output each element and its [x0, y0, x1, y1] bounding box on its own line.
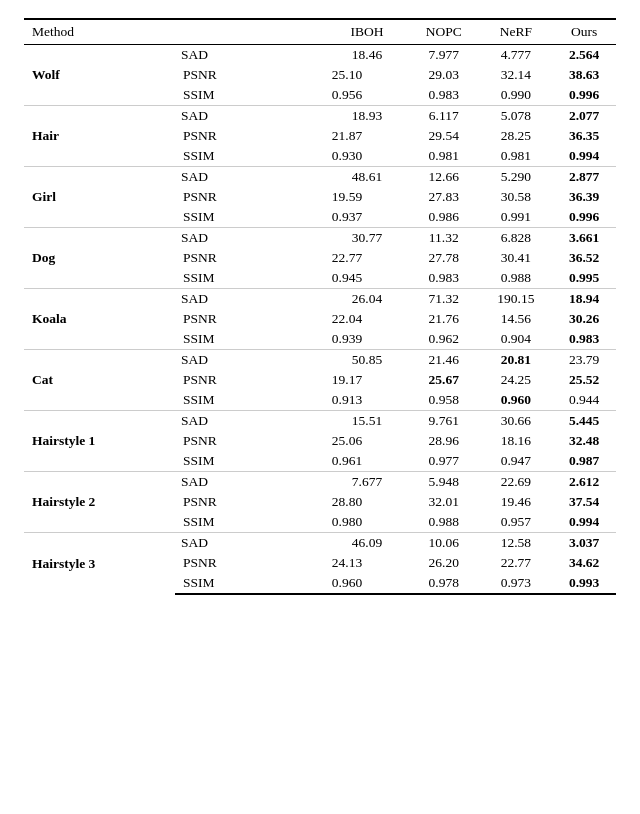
cell-iboh: 26.04 [326, 289, 408, 310]
row-label: Wolf [24, 45, 175, 106]
row-label: Cat [24, 350, 175, 411]
cell-nerf: 0.960 [479, 390, 552, 411]
row-label: Hair [24, 106, 175, 167]
cell-ours: 0.994 [552, 512, 616, 533]
metric-label: SSIM [175, 268, 326, 289]
cell-iboh: 25.06 [326, 431, 408, 451]
cell-ours: 2.877 [552, 167, 616, 188]
cell-nerf: 0.973 [479, 573, 552, 594]
metric-label: SSIM [175, 85, 326, 106]
cell-ours: 36.35 [552, 126, 616, 146]
metric-label: SSIM [175, 451, 326, 472]
cell-nopc: 0.988 [408, 512, 479, 533]
col-nerf: NeRF [479, 19, 552, 45]
cell-nopc: 27.83 [408, 187, 479, 207]
metric-label: PSNR [175, 492, 326, 512]
cell-iboh: 7.677 [326, 472, 408, 493]
cell-ours: 0.994 [552, 146, 616, 167]
cell-iboh: 50.85 [326, 350, 408, 371]
cell-iboh: 0.956 [326, 85, 408, 106]
cell-iboh: 25.10 [326, 65, 408, 85]
comparison-table: Method IBOH NOPC NeRF Ours WolfSAD18.467… [24, 18, 616, 595]
metric-label: SAD [175, 289, 326, 310]
metric-label: SSIM [175, 329, 326, 350]
cell-ours: 25.52 [552, 370, 616, 390]
cell-nerf: 0.904 [479, 329, 552, 350]
cell-ours: 34.62 [552, 553, 616, 573]
row-label: Koala [24, 289, 175, 350]
cell-nerf: 28.25 [479, 126, 552, 146]
cell-nopc: 71.32 [408, 289, 479, 310]
cell-nopc: 5.948 [408, 472, 479, 493]
cell-iboh: 46.09 [326, 533, 408, 554]
table-row: Hairstyle 1SAD15.519.76130.665.445 [24, 411, 616, 432]
cell-ours: 0.983 [552, 329, 616, 350]
cell-nopc: 25.67 [408, 370, 479, 390]
cell-nerf: 30.66 [479, 411, 552, 432]
cell-nopc: 29.54 [408, 126, 479, 146]
table-row: CatSAD50.8521.4620.8123.79 [24, 350, 616, 371]
cell-nopc: 0.978 [408, 573, 479, 594]
cell-iboh: 0.939 [326, 329, 408, 350]
cell-nerf: 22.77 [479, 553, 552, 573]
cell-iboh: 19.17 [326, 370, 408, 390]
cell-iboh: 15.51 [326, 411, 408, 432]
row-label: Dog [24, 228, 175, 289]
cell-nerf: 0.957 [479, 512, 552, 533]
cell-ours: 2.564 [552, 45, 616, 66]
cell-ours: 0.996 [552, 85, 616, 106]
cell-nerf: 32.14 [479, 65, 552, 85]
metric-label: SAD [175, 106, 326, 127]
cell-nopc: 0.983 [408, 85, 479, 106]
cell-nopc: 29.03 [408, 65, 479, 85]
table-row: KoalaSAD26.0471.32190.1518.94 [24, 289, 616, 310]
cell-ours: 0.993 [552, 573, 616, 594]
table-row: Hairstyle 2SAD7.6775.94822.692.612 [24, 472, 616, 493]
metric-label: PSNR [175, 65, 326, 85]
cell-nerf: 5.078 [479, 106, 552, 127]
metric-label: PSNR [175, 370, 326, 390]
cell-ours: 37.54 [552, 492, 616, 512]
metric-label: PSNR [175, 309, 326, 329]
metric-label: PSNR [175, 553, 326, 573]
cell-iboh: 19.59 [326, 187, 408, 207]
cell-nopc: 0.981 [408, 146, 479, 167]
cell-ours: 3.661 [552, 228, 616, 249]
cell-iboh: 18.46 [326, 45, 408, 66]
cell-ours: 2.077 [552, 106, 616, 127]
cell-nerf: 20.81 [479, 350, 552, 371]
cell-nerf: 190.15 [479, 289, 552, 310]
cell-ours: 36.52 [552, 248, 616, 268]
cell-nopc: 28.96 [408, 431, 479, 451]
table-row: DogSAD30.7711.326.8283.661 [24, 228, 616, 249]
cell-ours: 18.94 [552, 289, 616, 310]
cell-iboh: 21.87 [326, 126, 408, 146]
table-row: HairSAD18.936.1175.0782.077 [24, 106, 616, 127]
metric-label: SSIM [175, 207, 326, 228]
table-row: GirlSAD48.6112.665.2902.877 [24, 167, 616, 188]
cell-iboh: 0.960 [326, 573, 408, 594]
cell-iboh: 0.937 [326, 207, 408, 228]
cell-nopc: 0.983 [408, 268, 479, 289]
cell-ours: 38.63 [552, 65, 616, 85]
metric-label: PSNR [175, 431, 326, 451]
metric-label: SAD [175, 350, 326, 371]
cell-ours: 36.39 [552, 187, 616, 207]
cell-nopc: 9.761 [408, 411, 479, 432]
cell-nopc: 7.977 [408, 45, 479, 66]
cell-iboh: 22.77 [326, 248, 408, 268]
cell-nopc: 27.78 [408, 248, 479, 268]
cell-nerf: 0.990 [479, 85, 552, 106]
cell-nopc: 12.66 [408, 167, 479, 188]
cell-nerf: 24.25 [479, 370, 552, 390]
cell-nerf: 5.290 [479, 167, 552, 188]
cell-iboh: 48.61 [326, 167, 408, 188]
cell-iboh: 22.04 [326, 309, 408, 329]
col-ours: Ours [552, 19, 616, 45]
row-label: Hairstyle 3 [24, 533, 175, 595]
metric-label: PSNR [175, 187, 326, 207]
cell-nerf: 30.58 [479, 187, 552, 207]
cell-nerf: 22.69 [479, 472, 552, 493]
cell-nopc: 11.32 [408, 228, 479, 249]
cell-nopc: 0.958 [408, 390, 479, 411]
